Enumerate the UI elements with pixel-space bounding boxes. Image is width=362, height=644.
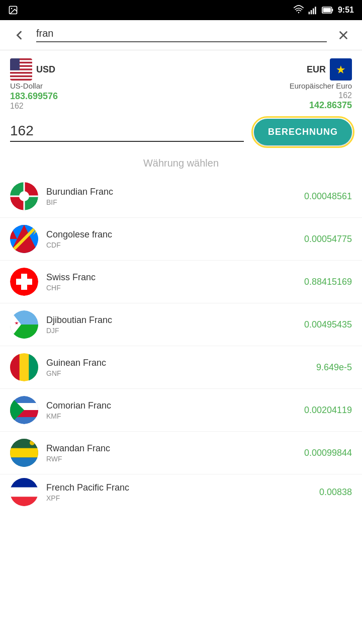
svg-rect-48 bbox=[10, 457, 38, 467]
svg-rect-6 bbox=[315, 7, 316, 14]
svg-point-2 bbox=[298, 12, 300, 14]
list-item[interactable]: Djiboutian Franc DJF 0.00495435 bbox=[0, 303, 362, 346]
currency-header: USD US-Dollar 183.699576 162 EUR ★ Europ… bbox=[0, 50, 362, 115]
currency-info: French Pacific Franc XPF bbox=[46, 482, 319, 502]
section-title: Währung wählen bbox=[0, 153, 362, 175]
currency-rate: 0.00495435 bbox=[304, 319, 352, 330]
congo-flag bbox=[10, 225, 38, 253]
amount-input[interactable] bbox=[10, 123, 244, 142]
rwanda-flag bbox=[10, 439, 38, 467]
base-currency: USD US-Dollar 183.699576 162 bbox=[10, 58, 58, 111]
gallery-icon bbox=[8, 5, 18, 15]
list-item[interactable]: French Pacific Franc XPF 0.00838 bbox=[0, 474, 362, 510]
currency-info: Comorian Franc KMF bbox=[46, 400, 304, 420]
guinea-flag bbox=[10, 353, 38, 381]
svg-rect-18 bbox=[10, 77, 32, 78]
status-bar: 9:51 bbox=[0, 0, 362, 20]
usd-flag bbox=[10, 58, 32, 80]
currency-name: Swiss Franc bbox=[46, 272, 304, 283]
currency-name: Comorian Franc bbox=[46, 400, 304, 411]
eur-flag: ★ bbox=[330, 58, 352, 80]
currency-name: Burundian Franc bbox=[46, 187, 304, 197]
currency-rate: 0.00838 bbox=[319, 487, 352, 498]
currency-code: XPF bbox=[46, 494, 319, 502]
currency-list: Burundian Franc BIF 0.00048561 bbox=[0, 175, 362, 510]
currency-code: RWF bbox=[46, 455, 304, 463]
currency-code: BIF bbox=[46, 198, 304, 206]
currency-name: Djiboutian Franc bbox=[46, 315, 304, 326]
currency-rate: 0.88415169 bbox=[304, 277, 352, 287]
list-item[interactable]: Burundian Franc BIF 0.00048561 bbox=[0, 175, 362, 218]
svg-rect-5 bbox=[313, 9, 314, 15]
wifi-icon bbox=[294, 5, 304, 15]
currency-rate: 9.649e-5 bbox=[316, 362, 352, 373]
calculate-button[interactable]: BERECHNUNG bbox=[254, 119, 352, 145]
target-currency-input: 162 bbox=[338, 91, 352, 100]
svg-rect-9 bbox=[332, 9, 333, 11]
svg-rect-16 bbox=[10, 70, 32, 72]
search-input-wrapper bbox=[36, 28, 327, 42]
list-item[interactable]: Rwandan Franc RWF 0.00099844 bbox=[0, 432, 362, 474]
list-item[interactable]: Swiss Franc CHF 0.88415169 bbox=[0, 261, 362, 303]
currency-rate: 0.00048561 bbox=[304, 191, 352, 202]
currency-name: French Pacific Franc bbox=[46, 482, 319, 493]
battery-icon bbox=[322, 5, 334, 15]
svg-text:★: ★ bbox=[336, 63, 346, 76]
base-currency-input: 162 bbox=[10, 102, 58, 111]
list-item[interactable]: Comorian Franc KMF 0.00204119 bbox=[0, 389, 362, 432]
svg-rect-33 bbox=[16, 279, 32, 285]
svg-rect-8 bbox=[323, 8, 331, 13]
svg-rect-3 bbox=[309, 12, 310, 14]
currency-code: CDF bbox=[46, 241, 304, 249]
currency-code: DJF bbox=[46, 327, 304, 335]
search-input[interactable] bbox=[36, 28, 327, 42]
currency-info: Guinean Franc GNF bbox=[46, 358, 316, 377]
svg-rect-17 bbox=[10, 73, 32, 75]
target-currency-code: EUR bbox=[307, 64, 326, 75]
clear-button[interactable] bbox=[333, 25, 354, 46]
swiss-flag bbox=[10, 268, 38, 296]
burundi-flag bbox=[10, 182, 38, 210]
currency-rate: 0.00204119 bbox=[304, 405, 352, 416]
currency-code: CHF bbox=[46, 284, 304, 292]
input-row: BERECHNUNG bbox=[0, 115, 362, 153]
svg-rect-4 bbox=[311, 10, 312, 14]
svg-rect-53 bbox=[10, 497, 38, 506]
signal-icon bbox=[308, 5, 318, 15]
svg-rect-19 bbox=[10, 58, 20, 70]
back-icon bbox=[12, 28, 26, 42]
svg-point-49 bbox=[30, 440, 35, 445]
target-currency-code-row: EUR ★ bbox=[307, 58, 352, 80]
currency-code: KMF bbox=[46, 412, 304, 420]
comoros-flag bbox=[10, 396, 38, 424]
svg-rect-51 bbox=[10, 478, 38, 488]
base-currency-value: 183.699576 bbox=[10, 91, 58, 102]
svg-rect-47 bbox=[10, 448, 38, 458]
currency-info: Djiboutian Franc DJF bbox=[46, 315, 304, 335]
currency-info: Burundian Franc BIF bbox=[46, 187, 304, 206]
close-icon bbox=[337, 29, 350, 42]
currency-name: Guinean Franc bbox=[46, 358, 316, 368]
currency-info: Congolese franc CDF bbox=[46, 229, 304, 249]
currency-rate: 0.00099844 bbox=[304, 448, 352, 458]
back-button[interactable] bbox=[8, 24, 30, 46]
status-time: 9:51 bbox=[338, 6, 354, 15]
search-bar bbox=[0, 20, 362, 50]
target-currency: EUR ★ Europäischer Euro 162 142.86375 bbox=[290, 58, 352, 111]
currency-rate: 0.00054775 bbox=[304, 234, 352, 245]
target-currency-name: Europäischer Euro bbox=[290, 82, 352, 90]
base-currency-code-row: USD bbox=[10, 58, 58, 80]
list-item[interactable]: Guinean Franc GNF 9.649e-5 bbox=[0, 346, 362, 389]
list-item[interactable]: Congolese franc CDF 0.00054775 bbox=[0, 218, 362, 261]
base-currency-name: US-Dollar bbox=[10, 82, 58, 90]
target-currency-value: 142.86375 bbox=[309, 100, 352, 111]
djibouti-flag bbox=[10, 310, 38, 339]
currency-name: Rwandan Franc bbox=[46, 443, 304, 454]
base-currency-code: USD bbox=[36, 64, 55, 75]
currency-name: Congolese franc bbox=[46, 229, 304, 240]
currency-info: Swiss Franc CHF bbox=[46, 272, 304, 292]
svg-rect-52 bbox=[10, 488, 38, 497]
currency-info: Rwandan Franc RWF bbox=[46, 443, 304, 463]
currency-code: GNF bbox=[46, 369, 316, 377]
xpf-flag bbox=[10, 478, 38, 506]
